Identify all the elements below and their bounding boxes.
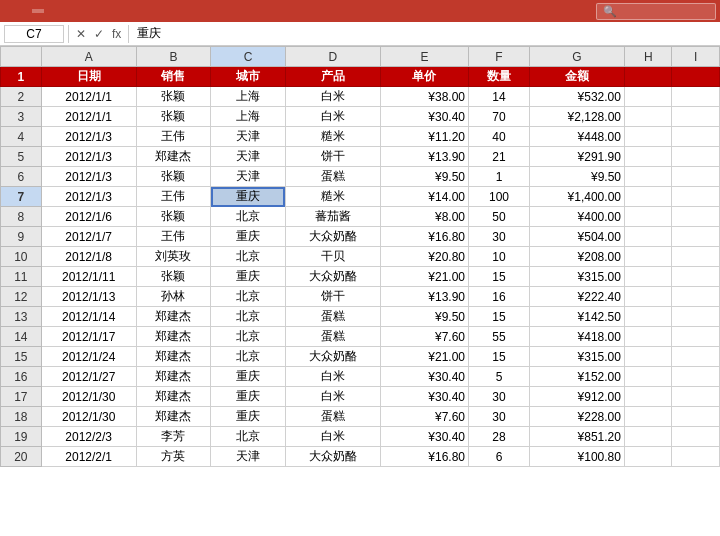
cell-i[interactable]: [672, 87, 720, 107]
cell-amount[interactable]: ¥418.00: [530, 327, 625, 347]
cell-product[interactable]: 大众奶酪: [285, 347, 380, 367]
row-num-4[interactable]: 4: [1, 127, 42, 147]
cell-price[interactable]: ¥14.00: [380, 187, 468, 207]
cell-name[interactable]: 王伟: [136, 227, 211, 247]
cell-h[interactable]: [624, 327, 671, 347]
cell-product[interactable]: 大众奶酪: [285, 267, 380, 287]
cell-amount[interactable]: ¥448.00: [530, 127, 625, 147]
cell-city[interactable]: 重庆: [211, 187, 286, 207]
cell-i[interactable]: [672, 407, 720, 427]
col-header-f[interactable]: F: [468, 47, 529, 67]
cell-i[interactable]: [672, 107, 720, 127]
cell-i[interactable]: [672, 127, 720, 147]
cell-product[interactable]: 大众奶酪: [285, 447, 380, 467]
cell-h[interactable]: [624, 167, 671, 187]
cell-amount[interactable]: ¥291.90: [530, 147, 625, 167]
cell-city[interactable]: 天津: [211, 127, 286, 147]
cell-date[interactable]: 2012/1/30: [41, 387, 136, 407]
header-qty[interactable]: 数量: [468, 67, 529, 87]
col-header-b[interactable]: B: [136, 47, 211, 67]
cell-i[interactable]: [672, 387, 720, 407]
cell-product[interactable]: 糙米: [285, 187, 380, 207]
cell-date[interactable]: 2012/2/3: [41, 427, 136, 447]
row-num-1[interactable]: 1: [1, 67, 42, 87]
cell-date[interactable]: 2012/1/3: [41, 127, 136, 147]
cell-city[interactable]: 天津: [211, 167, 286, 187]
cell-h[interactable]: [624, 187, 671, 207]
cell-price[interactable]: ¥21.00: [380, 267, 468, 287]
cell-city[interactable]: 北京: [211, 327, 286, 347]
cell-price[interactable]: ¥7.60: [380, 327, 468, 347]
cell-date[interactable]: 2012/1/11: [41, 267, 136, 287]
row-num-12[interactable]: 12: [1, 287, 42, 307]
cell-qty[interactable]: 100: [468, 187, 529, 207]
insert-function-button[interactable]: fx: [109, 26, 124, 42]
cell-price[interactable]: ¥38.00: [380, 87, 468, 107]
cell-name[interactable]: 方英: [136, 447, 211, 467]
cell-date[interactable]: 2012/1/14: [41, 307, 136, 327]
cell-i[interactable]: [672, 267, 720, 287]
cell-city[interactable]: 重庆: [211, 227, 286, 247]
cell-i[interactable]: [672, 167, 720, 187]
cell-price[interactable]: ¥16.80: [380, 447, 468, 467]
cell-date[interactable]: 2012/1/13: [41, 287, 136, 307]
cell-name[interactable]: 郑建杰: [136, 347, 211, 367]
formula-input[interactable]: [133, 27, 716, 41]
cell-city[interactable]: 北京: [211, 307, 286, 327]
cell-product[interactable]: 干贝: [285, 247, 380, 267]
cell-product[interactable]: 蛋糕: [285, 307, 380, 327]
cell-product[interactable]: 蕃茄酱: [285, 207, 380, 227]
cell-h[interactable]: [624, 287, 671, 307]
header-h[interactable]: [624, 67, 671, 87]
cell-amount[interactable]: ¥100.80: [530, 447, 625, 467]
cell-qty[interactable]: 70: [468, 107, 529, 127]
row-num-19[interactable]: 19: [1, 427, 42, 447]
cell-qty[interactable]: 15: [468, 347, 529, 367]
cell-city[interactable]: 北京: [211, 207, 286, 227]
cell-name[interactable]: 李芳: [136, 427, 211, 447]
cell-reference-box[interactable]: [4, 25, 64, 43]
cell-i[interactable]: [672, 207, 720, 227]
header-city[interactable]: 城市: [211, 67, 286, 87]
row-num-20[interactable]: 20: [1, 447, 42, 467]
cell-h[interactable]: [624, 447, 671, 467]
cell-name[interactable]: 张颖: [136, 267, 211, 287]
header-product[interactable]: 产品: [285, 67, 380, 87]
cell-qty[interactable]: 30: [468, 407, 529, 427]
menu-file[interactable]: [4, 9, 16, 13]
cell-price[interactable]: ¥7.60: [380, 407, 468, 427]
cell-city[interactable]: 重庆: [211, 387, 286, 407]
row-num-6[interactable]: 6: [1, 167, 42, 187]
cell-i[interactable]: [672, 147, 720, 167]
cell-city[interactable]: 天津: [211, 447, 286, 467]
cell-name[interactable]: 张颖: [136, 207, 211, 227]
cell-date[interactable]: 2012/1/8: [41, 247, 136, 267]
cell-amount[interactable]: ¥532.00: [530, 87, 625, 107]
cell-amount[interactable]: ¥315.00: [530, 267, 625, 287]
cell-h[interactable]: [624, 347, 671, 367]
cell-amount[interactable]: ¥2,128.00: [530, 107, 625, 127]
row-num-10[interactable]: 10: [1, 247, 42, 267]
cell-h[interactable]: [624, 127, 671, 147]
cell-i[interactable]: [672, 367, 720, 387]
menu-view[interactable]: [102, 9, 114, 13]
cell-name[interactable]: 张颖: [136, 167, 211, 187]
cell-date[interactable]: 2012/1/1: [41, 107, 136, 127]
cell-qty[interactable]: 55: [468, 327, 529, 347]
col-header-d[interactable]: D: [285, 47, 380, 67]
row-num-9[interactable]: 9: [1, 227, 42, 247]
row-num-8[interactable]: 8: [1, 207, 42, 227]
cell-name[interactable]: 郑建杰: [136, 327, 211, 347]
cell-i[interactable]: [672, 247, 720, 267]
cell-date[interactable]: 2012/1/24: [41, 347, 136, 367]
header-i[interactable]: [672, 67, 720, 87]
cell-date[interactable]: 2012/2/1: [41, 447, 136, 467]
cell-product[interactable]: 白米: [285, 367, 380, 387]
menu-help[interactable]: [130, 9, 142, 13]
cell-amount[interactable]: ¥222.40: [530, 287, 625, 307]
cell-amount[interactable]: ¥504.00: [530, 227, 625, 247]
cell-h[interactable]: [624, 227, 671, 247]
cell-amount[interactable]: ¥228.00: [530, 407, 625, 427]
cell-amount[interactable]: ¥142.50: [530, 307, 625, 327]
cell-amount[interactable]: ¥315.00: [530, 347, 625, 367]
